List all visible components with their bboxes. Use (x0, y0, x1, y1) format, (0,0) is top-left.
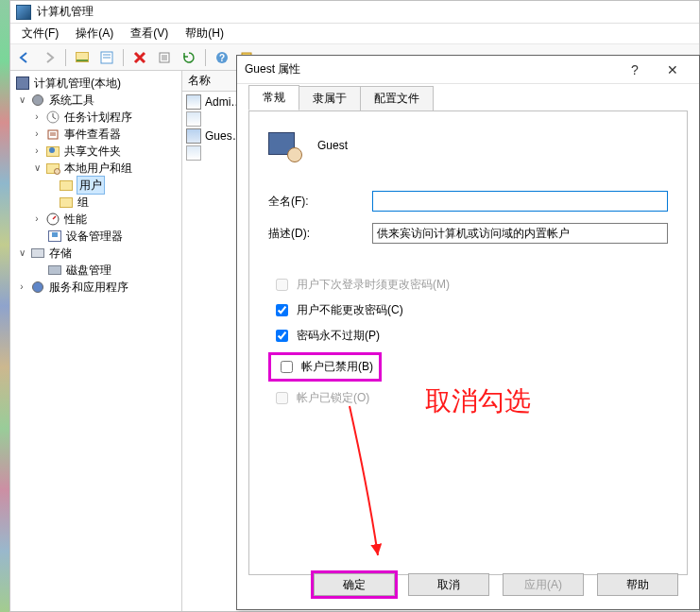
checkbox-must-change-password: 用户下次登录时须更改密码(M) (272, 276, 668, 294)
svg-text:?: ? (219, 53, 225, 63)
menu-action[interactable]: 操作(A) (68, 24, 121, 43)
dialog-button-row: 确定 取消 应用(A) 帮助 (258, 573, 678, 596)
export-button[interactable] (154, 47, 175, 68)
apply-button[interactable]: 应用(A) (503, 573, 584, 596)
toolbar-separator (123, 49, 124, 66)
user-icon (186, 145, 201, 161)
tree-groups[interactable]: 组 (12, 194, 179, 211)
ok-button[interactable]: 确定 (314, 573, 395, 596)
checkbox-cannot-change-password[interactable]: 用户不能更改密码(C) (272, 301, 668, 319)
nav-back-button[interactable] (14, 47, 35, 68)
tree-services-apps[interactable]: ›服务和应用程序 (12, 279, 179, 296)
app-icon (16, 5, 31, 20)
toolbar-separator (205, 49, 206, 66)
titlebar: 计算机管理 (10, 1, 699, 24)
checkbox-input[interactable] (281, 361, 293, 373)
tree-event-viewer[interactable]: ›事件查看器 (12, 126, 179, 143)
user-icon (186, 128, 201, 144)
tab-member-of[interactable]: 隶属于 (299, 86, 361, 110)
refresh-button[interactable] (179, 47, 199, 68)
user-large-icon (268, 128, 302, 162)
fullname-input[interactable] (372, 191, 668, 212)
checkbox-input[interactable] (276, 304, 288, 316)
tree-root[interactable]: 计算机管理(本地) (12, 75, 179, 92)
help-button[interactable]: ? (212, 47, 232, 68)
description-input[interactable] (372, 223, 668, 244)
menu-file[interactable]: 文件(F) (14, 24, 66, 43)
cancel-button[interactable]: 取消 (408, 573, 489, 596)
username-label: Guest (317, 139, 348, 152)
menu-help[interactable]: 帮助(H) (178, 24, 231, 43)
tree-system-tools[interactable]: ∨系统工具 (12, 92, 179, 109)
tree-task-scheduler[interactable]: ›任务计划程序 (12, 109, 179, 126)
description-label: 描述(D): (268, 226, 372, 242)
user-icon (186, 94, 201, 110)
up-folder-button[interactable] (72, 47, 93, 68)
tree-performance[interactable]: ›性能 (12, 211, 179, 228)
properties-button[interactable] (96, 47, 117, 68)
tree-storage[interactable]: ∨存储 (12, 245, 179, 262)
tree-local-users-groups[interactable]: ∨本地用户和组 (12, 160, 179, 177)
dialog-title: Guest 属性 (245, 61, 616, 77)
tree-users[interactable]: 用户 (12, 177, 179, 194)
checkbox-input[interactable] (276, 330, 288, 342)
nav-forward-button[interactable] (39, 47, 60, 68)
tab-page-general: Guest 全名(F): 描述(D): 用户下次登录时须更改密码(M) 用户不能… (248, 110, 688, 575)
dialog-titlebar: Guest 属性 ? ✕ (237, 56, 699, 84)
close-button[interactable]: ✕ (654, 57, 691, 83)
tree-disk-mgmt[interactable]: 磁盘管理 (12, 262, 179, 279)
help-button[interactable]: ? (616, 57, 654, 83)
menu-view[interactable]: 查看(V) (123, 24, 176, 43)
tab-general[interactable]: 常规 (248, 85, 299, 110)
checkbox-password-never-expires[interactable]: 密码永不过期(P) (272, 327, 668, 345)
properties-dialog: Guest 属性 ? ✕ 常规 隶属于 配置文件 Guest 全名(F): 描述… (236, 55, 700, 610)
help-dialog-button[interactable]: 帮助 (597, 573, 678, 596)
tree-device-manager[interactable]: 设备管理器 (12, 228, 179, 245)
tree-panel: 计算机管理(本地) ∨系统工具 ›任务计划程序 ›事件查看器 ›共享文件夹 ∨本… (10, 71, 182, 611)
fullname-label: 全名(F): (268, 194, 372, 210)
highlighted-checkbox-account-disabled[interactable]: 帐户已禁用(B) (268, 352, 382, 382)
tabstrip: 常规 隶属于 配置文件 (237, 84, 699, 110)
checkbox-input (276, 392, 288, 404)
checkbox-account-locked: 帐户已锁定(O) (272, 389, 668, 407)
checkbox-input (276, 279, 288, 291)
toolbar-separator (65, 49, 66, 66)
desktop-edge (0, 0, 9, 612)
delete-button[interactable] (129, 47, 150, 68)
window-title: 计算机管理 (37, 4, 94, 20)
tab-profile[interactable]: 配置文件 (360, 86, 434, 110)
tree-shared-folders[interactable]: ›共享文件夹 (12, 143, 179, 160)
menubar: 文件(F) 操作(A) 查看(V) 帮助(H) (10, 24, 699, 44)
user-icon (186, 111, 201, 127)
